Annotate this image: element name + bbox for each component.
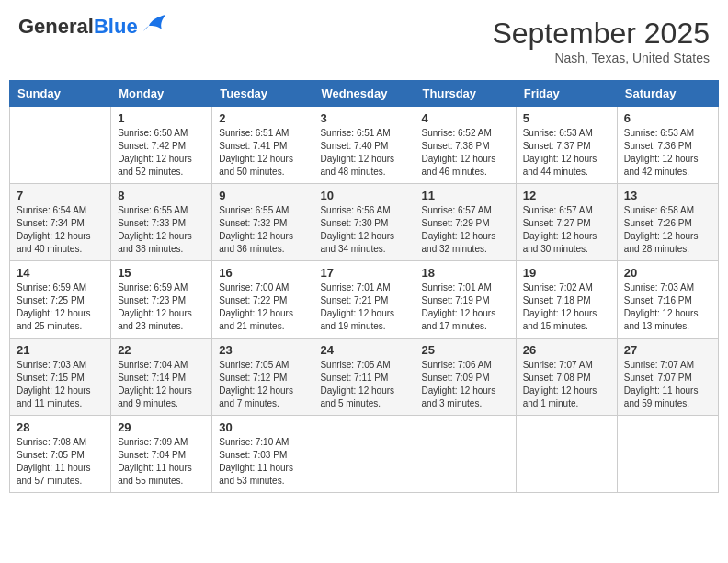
calendar-cell: 23Sunrise: 7:05 AM Sunset: 7:12 PM Dayli… <box>212 339 313 416</box>
day-info: Sunrise: 7:04 AM Sunset: 7:14 PM Dayligh… <box>118 359 205 410</box>
day-number: 20 <box>624 266 711 280</box>
day-number: 11 <box>422 189 509 202</box>
calendar-cell: 30Sunrise: 7:10 AM Sunset: 7:03 PM Dayli… <box>212 416 313 493</box>
calendar-cell: 11Sunrise: 6:57 AM Sunset: 7:29 PM Dayli… <box>415 184 516 261</box>
day-number: 15 <box>118 266 205 280</box>
day-number: 27 <box>624 343 711 357</box>
calendar-week-row: 21Sunrise: 7:03 AM Sunset: 7:15 PM Dayli… <box>10 339 719 416</box>
day-number: 4 <box>422 111 509 125</box>
day-number: 12 <box>523 189 610 202</box>
calendar-cell: 26Sunrise: 7:07 AM Sunset: 7:08 PM Dayli… <box>516 339 617 416</box>
day-number: 25 <box>422 343 509 357</box>
calendar-cell: 24Sunrise: 7:05 AM Sunset: 7:11 PM Dayli… <box>313 339 415 416</box>
calendar-cell: 2Sunrise: 6:51 AM Sunset: 7:41 PM Daylig… <box>212 107 313 184</box>
day-info: Sunrise: 6:59 AM Sunset: 7:25 PM Dayligh… <box>17 282 104 333</box>
weekday-header-monday: Monday <box>111 81 212 107</box>
weekday-header-friday: Friday <box>516 81 617 107</box>
day-number: 19 <box>523 266 610 280</box>
calendar-cell: 3Sunrise: 6:51 AM Sunset: 7:40 PM Daylig… <box>313 107 415 184</box>
calendar-cell: 5Sunrise: 6:53 AM Sunset: 7:37 PM Daylig… <box>516 107 617 184</box>
day-info: Sunrise: 7:05 AM Sunset: 7:12 PM Dayligh… <box>219 359 306 410</box>
day-info: Sunrise: 7:08 AM Sunset: 7:05 PM Dayligh… <box>17 436 104 488</box>
day-number: 22 <box>118 343 205 357</box>
day-info: Sunrise: 6:54 AM Sunset: 7:34 PM Dayligh… <box>17 204 104 256</box>
day-number: 7 <box>17 189 104 202</box>
day-number: 24 <box>320 343 407 357</box>
calendar-week-row: 14Sunrise: 6:59 AM Sunset: 7:25 PM Dayli… <box>10 261 719 339</box>
day-info: Sunrise: 6:52 AM Sunset: 7:38 PM Dayligh… <box>422 127 509 178</box>
weekday-header-tuesday: Tuesday <box>212 81 313 107</box>
day-info: Sunrise: 6:57 AM Sunset: 7:27 PM Dayligh… <box>523 204 610 256</box>
day-info: Sunrise: 6:58 AM Sunset: 7:26 PM Dayligh… <box>624 204 711 256</box>
calendar-cell: 22Sunrise: 7:04 AM Sunset: 7:14 PM Dayli… <box>111 339 212 416</box>
day-number: 5 <box>523 111 610 125</box>
day-number: 17 <box>320 266 407 280</box>
day-info: Sunrise: 7:00 AM Sunset: 7:22 PM Dayligh… <box>219 282 306 333</box>
calendar-cell: 4Sunrise: 6:52 AM Sunset: 7:38 PM Daylig… <box>415 107 516 184</box>
day-number: 23 <box>219 343 306 357</box>
day-number: 8 <box>118 189 205 202</box>
calendar-cell: 12Sunrise: 6:57 AM Sunset: 7:27 PM Dayli… <box>516 184 617 261</box>
day-info: Sunrise: 6:51 AM Sunset: 7:41 PM Dayligh… <box>219 127 306 178</box>
day-info: Sunrise: 6:53 AM Sunset: 7:36 PM Dayligh… <box>624 127 711 178</box>
weekday-header-thursday: Thursday <box>415 81 516 107</box>
logo: GeneralBlue <box>18 17 167 37</box>
calendar-cell: 10Sunrise: 6:56 AM Sunset: 7:30 PM Dayli… <box>313 184 415 261</box>
day-info: Sunrise: 6:56 AM Sunset: 7:30 PM Dayligh… <box>320 204 407 256</box>
weekday-header-sunday: Sunday <box>10 81 111 107</box>
day-info: Sunrise: 7:07 AM Sunset: 7:07 PM Dayligh… <box>624 359 711 410</box>
logo-text: GeneralBlue <box>18 17 138 37</box>
day-number: 10 <box>320 189 407 202</box>
page-header: GeneralBlue September 2025 Nash, Texas, … <box>9 9 719 73</box>
day-number: 18 <box>422 266 509 280</box>
calendar-table: SundayMondayTuesdayWednesdayThursdayFrid… <box>9 80 719 493</box>
day-number: 3 <box>320 111 407 125</box>
calendar-cell <box>415 416 516 493</box>
calendar-cell: 9Sunrise: 6:55 AM Sunset: 7:32 PM Daylig… <box>212 184 313 261</box>
day-info: Sunrise: 7:03 AM Sunset: 7:15 PM Dayligh… <box>17 359 104 410</box>
month-title: September 2025 <box>492 17 710 51</box>
weekday-header-row: SundayMondayTuesdayWednesdayThursdayFrid… <box>10 81 719 107</box>
day-info: Sunrise: 6:50 AM Sunset: 7:42 PM Dayligh… <box>118 127 205 178</box>
day-info: Sunrise: 7:02 AM Sunset: 7:18 PM Dayligh… <box>523 282 610 333</box>
day-info: Sunrise: 7:05 AM Sunset: 7:11 PM Dayligh… <box>320 359 407 410</box>
calendar-cell: 7Sunrise: 6:54 AM Sunset: 7:34 PM Daylig… <box>10 184 111 261</box>
location-text: Nash, Texas, United States <box>492 51 710 65</box>
day-info: Sunrise: 6:53 AM Sunset: 7:37 PM Dayligh… <box>523 127 610 178</box>
calendar-cell: 18Sunrise: 7:01 AM Sunset: 7:19 PM Dayli… <box>415 261 516 339</box>
calendar-cell: 6Sunrise: 6:53 AM Sunset: 7:36 PM Daylig… <box>617 107 718 184</box>
day-info: Sunrise: 7:01 AM Sunset: 7:19 PM Dayligh… <box>422 282 509 333</box>
calendar-week-row: 28Sunrise: 7:08 AM Sunset: 7:05 PM Dayli… <box>10 416 719 493</box>
day-info: Sunrise: 7:06 AM Sunset: 7:09 PM Dayligh… <box>422 359 509 410</box>
day-info: Sunrise: 7:07 AM Sunset: 7:08 PM Dayligh… <box>523 359 610 410</box>
day-info: Sunrise: 7:03 AM Sunset: 7:16 PM Dayligh… <box>624 282 711 333</box>
day-number: 6 <box>624 111 711 125</box>
calendar-cell: 28Sunrise: 7:08 AM Sunset: 7:05 PM Dayli… <box>10 416 111 493</box>
calendar-week-row: 7Sunrise: 6:54 AM Sunset: 7:34 PM Daylig… <box>10 184 719 261</box>
calendar-cell: 19Sunrise: 7:02 AM Sunset: 7:18 PM Dayli… <box>516 261 617 339</box>
day-number: 1 <box>118 111 205 125</box>
calendar-cell: 14Sunrise: 6:59 AM Sunset: 7:25 PM Dayli… <box>10 261 111 339</box>
calendar-cell: 17Sunrise: 7:01 AM Sunset: 7:21 PM Dayli… <box>313 261 415 339</box>
calendar-cell: 25Sunrise: 7:06 AM Sunset: 7:09 PM Dayli… <box>415 339 516 416</box>
day-number: 13 <box>624 189 711 202</box>
day-info: Sunrise: 6:55 AM Sunset: 7:33 PM Dayligh… <box>118 204 205 256</box>
day-number: 30 <box>219 420 306 434</box>
day-number: 26 <box>523 343 610 357</box>
day-info: Sunrise: 6:57 AM Sunset: 7:29 PM Dayligh… <box>422 204 509 256</box>
calendar-cell: 29Sunrise: 7:09 AM Sunset: 7:04 PM Dayli… <box>111 416 212 493</box>
day-number: 16 <box>219 266 306 280</box>
calendar-cell: 8Sunrise: 6:55 AM Sunset: 7:33 PM Daylig… <box>111 184 212 261</box>
day-number: 21 <box>17 343 104 357</box>
day-number: 2 <box>219 111 306 125</box>
calendar-week-row: 1Sunrise: 6:50 AM Sunset: 7:42 PM Daylig… <box>10 107 719 184</box>
day-info: Sunrise: 7:09 AM Sunset: 7:04 PM Dayligh… <box>118 436 205 488</box>
day-number: 28 <box>17 420 104 434</box>
weekday-header-saturday: Saturday <box>617 81 718 107</box>
calendar-cell: 20Sunrise: 7:03 AM Sunset: 7:16 PM Dayli… <box>617 261 718 339</box>
logo-bird-icon <box>142 13 167 33</box>
calendar-cell <box>10 107 111 184</box>
calendar-cell: 21Sunrise: 7:03 AM Sunset: 7:15 PM Dayli… <box>10 339 111 416</box>
day-info: Sunrise: 7:01 AM Sunset: 7:21 PM Dayligh… <box>320 282 407 333</box>
title-section: September 2025 Nash, Texas, United State… <box>492 17 710 65</box>
